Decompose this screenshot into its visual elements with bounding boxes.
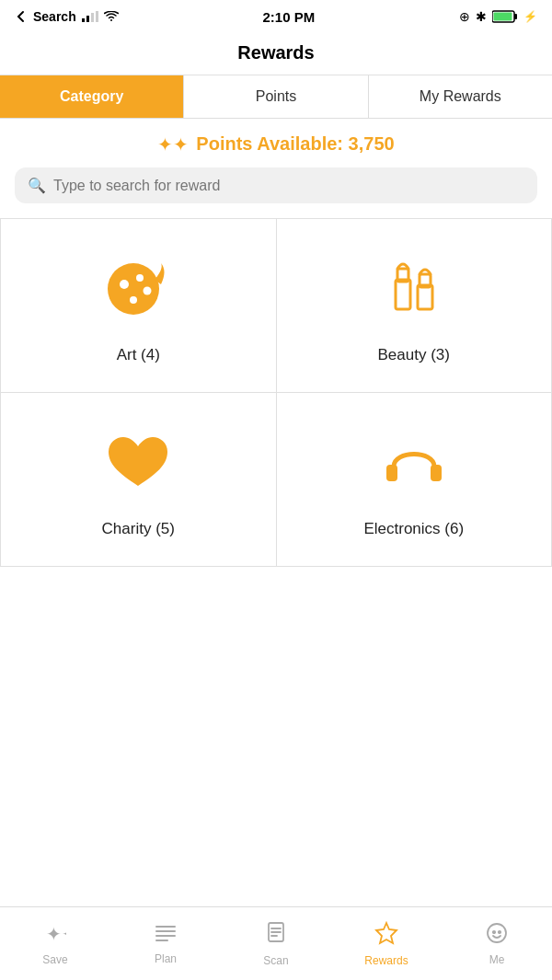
- save-label: Save: [42, 953, 67, 966]
- charging-icon: ⚡: [523, 10, 537, 23]
- page-title: Rewards: [237, 42, 314, 63]
- svg-text:✦✦: ✦✦: [46, 924, 66, 944]
- svg-marker-27: [376, 923, 397, 943]
- nav-plan[interactable]: Plan: [110, 923, 221, 965]
- nav-rewards[interactable]: Rewards: [331, 921, 442, 967]
- category-beauty[interactable]: Beauty (3): [277, 219, 553, 393]
- wifi-icon: [104, 11, 119, 22]
- category-art[interactable]: Art (4): [1, 219, 277, 393]
- points-text: Points Available: 3,750: [196, 133, 394, 155]
- svg-rect-14: [418, 285, 432, 309]
- me-icon: [486, 922, 508, 950]
- svg-rect-3: [96, 11, 98, 22]
- search-icon: 🔍: [28, 177, 46, 194]
- nav-scan[interactable]: Scan: [221, 921, 331, 967]
- beauty-icon: [377, 252, 451, 329]
- svg-rect-12: [396, 280, 410, 309]
- scan-icon: [265, 921, 287, 951]
- svg-point-11: [130, 296, 137, 304]
- svg-point-9: [136, 274, 144, 282]
- nav-save[interactable]: ✦✦ Save: [0, 922, 110, 966]
- points-banner: ✦✦ Points Available: 3,750: [0, 119, 552, 167]
- svg-rect-16: [386, 465, 397, 481]
- back-icon: [15, 10, 28, 23]
- charity-icon: [101, 426, 175, 503]
- charity-label: Charity (5): [102, 520, 175, 538]
- tab-category[interactable]: Category: [0, 75, 184, 118]
- status-icons: ⊕ ✱ ⚡: [459, 9, 537, 24]
- svg-point-10: [144, 287, 152, 295]
- tab-my-rewards[interactable]: My Rewards: [369, 75, 552, 118]
- category-grid: Art (4) Beauty (3) Charity (5): [0, 218, 552, 567]
- search-bar-container: 🔍: [0, 167, 552, 218]
- carrier-label: Search: [33, 9, 76, 24]
- svg-point-8: [120, 280, 129, 289]
- battery-icon: [492, 10, 518, 23]
- svg-rect-6: [494, 13, 512, 21]
- beauty-label: Beauty (3): [378, 346, 450, 364]
- plan-icon: [155, 923, 177, 949]
- search-input[interactable]: [53, 178, 524, 194]
- svg-rect-5: [514, 14, 517, 19]
- rewards-icon: [374, 921, 398, 951]
- svg-rect-0: [82, 18, 85, 22]
- category-electronics[interactable]: Electronics (6): [277, 393, 553, 567]
- art-label: Art (4): [117, 346, 160, 364]
- svg-point-7: [108, 263, 159, 315]
- rewards-label: Rewards: [364, 954, 408, 967]
- svg-point-30: [499, 930, 500, 932]
- signal-icon: [82, 11, 98, 22]
- save-icon: ✦✦: [44, 922, 66, 950]
- category-charity[interactable]: Charity (5): [1, 393, 277, 567]
- tab-bar: Category Points My Rewards: [0, 75, 552, 119]
- sparkle-icon: ✦✦: [157, 135, 189, 154]
- page-header: Rewards: [0, 33, 552, 75]
- svg-rect-1: [86, 16, 89, 22]
- svg-point-28: [488, 924, 506, 942]
- status-time: 2:10 PM: [263, 9, 316, 25]
- status-carrier: Search: [15, 9, 119, 24]
- search-bar[interactable]: 🔍: [15, 167, 537, 203]
- me-label: Me: [489, 953, 505, 966]
- nav-me[interactable]: Me: [442, 922, 552, 966]
- scan-label: Scan: [263, 954, 288, 967]
- plan-label: Plan: [155, 952, 177, 965]
- bottom-nav: ✦✦ Save Plan Scan: [0, 906, 552, 980]
- bluetooth-icon: ✱: [476, 9, 487, 24]
- at-icon: ⊕: [459, 9, 470, 24]
- electronics-icon: [377, 426, 451, 503]
- electronics-label: Electronics (6): [363, 520, 464, 538]
- svg-point-29: [493, 930, 495, 932]
- svg-rect-17: [431, 465, 442, 481]
- tab-points[interactable]: Points: [184, 75, 368, 118]
- art-icon: [101, 252, 175, 329]
- svg-rect-2: [91, 13, 94, 22]
- status-bar: Search 2:10 PM ⊕ ✱ ⚡: [0, 0, 552, 33]
